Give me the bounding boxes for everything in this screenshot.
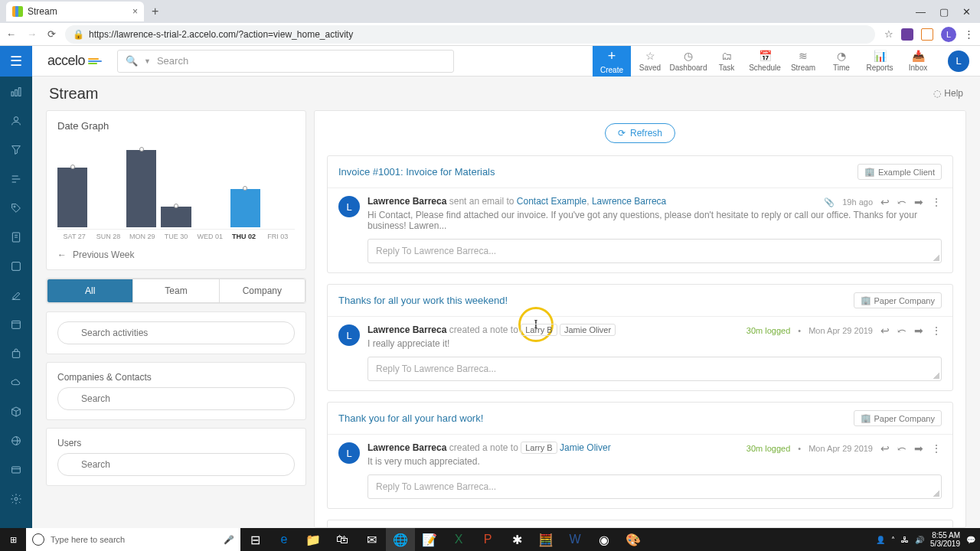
powerpoint-icon[interactable]: P (473, 528, 502, 551)
stream-item-title[interactable]: Invoice #1001: Invoice for Materials (338, 166, 495, 178)
nav-inbox[interactable]: 📥Inbox (899, 46, 937, 77)
nav-stream[interactable]: ≋Stream (784, 46, 822, 77)
reply-input[interactable]: Reply To Lawrence Barreca... (368, 474, 942, 499)
mic-icon[interactable]: 🎤 (224, 535, 234, 545)
reply-input[interactable]: Reply To Lawrence Barreca... (368, 357, 942, 381)
nav-create[interactable]: +Create (593, 46, 631, 77)
help-link[interactable]: ◌Help (933, 88, 963, 99)
slack-icon[interactable]: ✱ (502, 528, 531, 551)
client-chip[interactable]: 🏢Example Client (858, 164, 942, 180)
reply-icon[interactable]: ↩ (880, 324, 890, 337)
new-tab-button[interactable]: + (152, 5, 158, 18)
rail-person-icon[interactable] (8, 113, 24, 129)
excel-icon[interactable]: X (444, 528, 473, 551)
task-view-icon[interactable]: ⊟ (240, 528, 270, 551)
rail-edit-icon[interactable] (8, 288, 24, 303)
forward-icon[interactable]: ➡ (914, 324, 923, 337)
rail-cloud-icon[interactable] (8, 375, 24, 390)
forward-icon[interactable]: ➡ (914, 196, 923, 208)
companies-search-input[interactable] (57, 387, 295, 410)
store-icon[interactable]: 🛍 (328, 528, 357, 551)
maximize-icon[interactable]: ▢ (939, 6, 949, 18)
people-icon[interactable]: 👤 (876, 536, 885, 544)
reply-all-icon[interactable]: ⤺ (897, 442, 906, 455)
mail-icon[interactable]: ✉ (357, 528, 386, 551)
rail-calendar-icon[interactable] (8, 317, 24, 332)
bookmark-icon[interactable]: ☆ (884, 28, 893, 40)
nav-time[interactable]: ◔Time (822, 46, 861, 77)
word-icon[interactable]: W (560, 528, 590, 551)
logo[interactable]: accelo (32, 53, 117, 69)
rail-stream-icon[interactable] (8, 171, 24, 187)
person-tag[interactable]: Larry B (521, 442, 557, 454)
client-chip[interactable]: 🏢Paper Company (854, 410, 942, 426)
reply-all-icon[interactable]: ⤺ (897, 196, 906, 208)
url-field[interactable]: 🔒 https://lawrence-s-trial-2.accelo.com/… (65, 25, 875, 44)
rail-settings-icon[interactable] (8, 491, 24, 507)
nav-reports[interactable]: 📊Reports (861, 46, 899, 77)
reply-all-icon[interactable]: ⤺ (897, 324, 906, 337)
global-search[interactable]: 🔍 ▼ Search (117, 50, 454, 73)
author-avatar[interactable]: L (338, 442, 360, 464)
tray-chevron-icon[interactable]: ˄ (891, 536, 895, 544)
author-avatar[interactable]: L (338, 196, 360, 217)
menu-toggle-button[interactable]: ☰ (0, 46, 32, 77)
browser-tab[interactable]: Stream × (6, 2, 144, 21)
refresh-button[interactable]: ⟳Refresh (605, 123, 675, 143)
reply-icon[interactable]: ↩ (880, 442, 890, 455)
client-chip[interactable]: 🏢Paper Company (854, 292, 942, 308)
volume-icon[interactable]: 🔊 (915, 536, 924, 544)
search-activities-input[interactable] (57, 321, 295, 344)
forward-button[interactable]: → (27, 28, 37, 40)
person-tag[interactable]: Jamie Oliver (560, 324, 616, 336)
filter-tab-all[interactable]: All (47, 279, 133, 302)
filter-tab-company[interactable]: Company (220, 279, 305, 302)
previous-week-link[interactable]: ←Previous Week (57, 249, 295, 260)
nav-dashboard[interactable]: ◷Dashboard (669, 46, 707, 77)
chevron-down-icon[interactable]: ▼ (144, 57, 151, 65)
calculator-icon[interactable]: 🧮 (531, 528, 560, 551)
close-window-icon[interactable]: ✕ (962, 6, 971, 18)
stream-item-title[interactable]: Thank you for all your hard work! (338, 412, 483, 424)
explorer-icon[interactable]: 📁 (299, 528, 328, 551)
reply-icon[interactable]: ↩ (880, 196, 890, 208)
forward-icon[interactable]: ➡ (914, 442, 923, 455)
sticky-notes-icon[interactable]: 📝 (415, 528, 444, 551)
more-icon[interactable]: ⋮ (931, 442, 942, 455)
minimize-icon[interactable]: — (916, 6, 926, 18)
rail-doc-icon[interactable] (8, 230, 24, 245)
nav-task[interactable]: 🗂Task (707, 46, 746, 77)
close-icon[interactable]: × (132, 6, 138, 17)
person-tag[interactable]: Larry B (521, 324, 557, 336)
back-button[interactable]: ← (6, 28, 16, 40)
user-avatar[interactable]: L (948, 51, 969, 72)
rail-chart-icon[interactable] (8, 84, 24, 99)
nav-schedule[interactable]: 📅Schedule (746, 46, 784, 77)
app-icon[interactable]: ◉ (590, 528, 619, 551)
extension-icon[interactable] (921, 28, 933, 41)
users-search-input[interactable] (57, 453, 295, 476)
network-icon[interactable]: 🖧 (901, 536, 909, 544)
more-icon[interactable]: ⋮ (931, 324, 942, 337)
extension-icon[interactable] (901, 28, 913, 41)
notifications-icon[interactable]: 💬 (966, 536, 975, 544)
app-icon[interactable]: 🎨 (619, 528, 648, 551)
more-icon[interactable]: ⋮ (931, 196, 942, 208)
rail-filter-icon[interactable] (8, 142, 24, 158)
rail-folder-icon[interactable] (8, 259, 24, 274)
rail-bag-icon[interactable] (8, 346, 24, 361)
taskbar-search[interactable]: Type here to search 🎤 (26, 528, 240, 551)
menu-icon[interactable]: ⋮ (964, 28, 974, 40)
chrome-icon[interactable]: 🌐 (386, 528, 415, 551)
reply-input[interactable]: Reply To Lawrence Barreca... (368, 239, 942, 263)
author-avatar[interactable]: L (338, 324, 360, 346)
start-button[interactable]: ⊞ (0, 528, 26, 551)
stream-item-title[interactable]: Thanks for all your work this weekend! (338, 295, 508, 306)
rail-globe-icon[interactable] (8, 433, 24, 448)
profile-avatar[interactable]: L (941, 27, 956, 42)
nav-saved[interactable]: ☆Saved (631, 46, 669, 77)
edge-icon[interactable]: e (270, 528, 299, 551)
rail-card-icon[interactable] (8, 462, 24, 478)
clock[interactable]: 8:55 AM 5/3/2019 (930, 531, 960, 548)
rail-box-icon[interactable] (8, 404, 24, 419)
